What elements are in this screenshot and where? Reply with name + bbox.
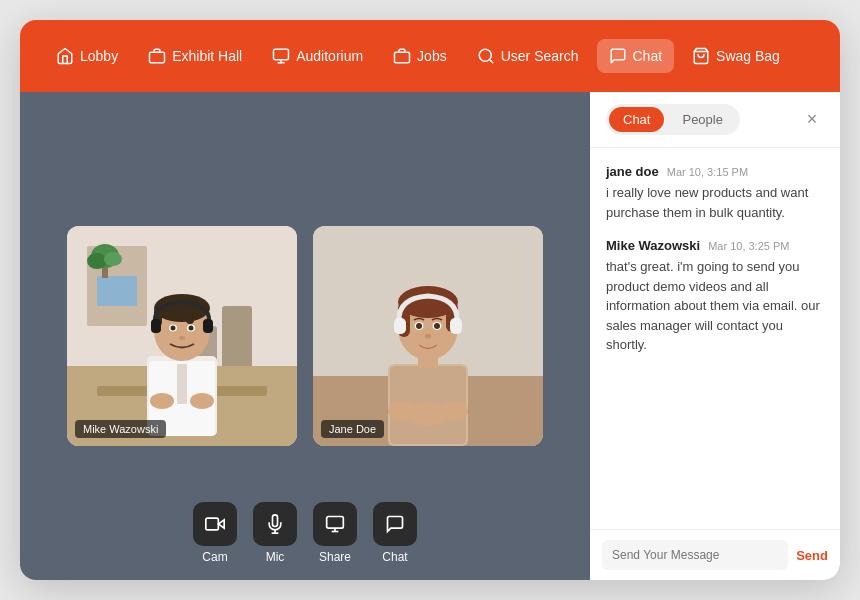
jobs-icon	[393, 47, 411, 65]
bag-icon	[692, 47, 710, 65]
chat-messages: jane doe Mar 10, 3:15 PM i really love n…	[590, 148, 840, 529]
message-text-1: i really love new products and want purc…	[606, 183, 824, 222]
participant-2-label: Jane Doe	[321, 420, 384, 438]
chat-tabs: Chat People	[606, 104, 740, 135]
participant-1-label: Mike Wazowski	[75, 420, 166, 438]
home-icon	[56, 47, 74, 65]
sidebar-item-lobby[interactable]: Lobby	[44, 39, 130, 73]
message-text-2: that's great. i'm going to send you prod…	[606, 257, 824, 355]
svg-point-34	[150, 393, 174, 409]
svg-point-33	[179, 336, 185, 340]
nav-item-label: Lobby	[80, 48, 118, 64]
svg-point-43	[408, 402, 448, 426]
svg-marker-56	[218, 520, 224, 528]
message-group-2: Mike Wazowski Mar 10, 3:25 PM that's gre…	[606, 238, 824, 355]
svg-rect-4	[395, 52, 410, 63]
chat-panel: Chat People × jane doe Mar 10, 3:15 PM i…	[590, 92, 840, 580]
chat-label: Chat	[382, 550, 407, 564]
exhibit-icon	[148, 47, 166, 65]
message-meta-2: Mike Wazowski Mar 10, 3:25 PM	[606, 238, 824, 253]
cam-icon	[193, 502, 237, 546]
chat-header: Chat People ×	[590, 92, 840, 148]
svg-point-31	[171, 326, 176, 331]
message-author-1: jane doe	[606, 164, 659, 179]
share-label: Share	[319, 550, 351, 564]
nav-items: Lobby Exhibit Hall Auditorium	[44, 39, 816, 73]
message-group-1: jane doe Mar 10, 3:15 PM i really love n…	[606, 164, 824, 222]
tab-chat[interactable]: Chat	[609, 107, 664, 132]
svg-rect-17	[222, 306, 252, 376]
cam-label: Cam	[202, 550, 227, 564]
svg-rect-60	[327, 517, 344, 529]
svg-rect-26	[186, 304, 194, 324]
svg-rect-49	[394, 318, 406, 334]
svg-rect-1	[274, 49, 289, 60]
sidebar-item-exhibit-hall[interactable]: Exhibit Hall	[136, 39, 254, 73]
share-icon	[313, 502, 357, 546]
svg-rect-28	[203, 319, 213, 333]
mic-control[interactable]: Mic	[253, 502, 297, 564]
sidebar-item-auditorium[interactable]: Auditorium	[260, 39, 375, 73]
chat-input-area: Send	[590, 529, 840, 580]
nav-item-label: Chat	[633, 48, 663, 64]
nav-item-label: User Search	[501, 48, 579, 64]
search-icon	[477, 47, 495, 65]
svg-rect-50	[450, 318, 462, 334]
cam-control[interactable]: Cam	[193, 502, 237, 564]
svg-point-32	[189, 326, 194, 331]
svg-rect-57	[206, 518, 219, 530]
message-meta-1: jane doe Mar 10, 3:15 PM	[606, 164, 824, 179]
nav-item-label: Exhibit Hall	[172, 48, 242, 64]
svg-rect-22	[177, 364, 187, 404]
auditorium-icon	[272, 47, 290, 65]
send-button[interactable]: Send	[796, 548, 828, 563]
main-area: Mike Wazowski	[20, 92, 840, 580]
svg-rect-0	[150, 52, 165, 63]
nav-item-label: Jobs	[417, 48, 447, 64]
app-wrapper: Lobby Exhibit Hall Auditorium	[20, 20, 840, 580]
nav-item-label: Auditorium	[296, 48, 363, 64]
nav-item-label: Swag Bag	[716, 48, 780, 64]
sidebar-item-swag-bag[interactable]: Swag Bag	[680, 39, 792, 73]
video-tile-2: Jane Doe	[313, 226, 543, 446]
svg-point-15	[104, 252, 122, 266]
share-control[interactable]: Share	[313, 502, 357, 564]
svg-point-55	[425, 334, 431, 339]
chat-control[interactable]: Chat	[373, 502, 417, 564]
chat-input[interactable]	[602, 540, 788, 570]
tab-people[interactable]: People	[668, 107, 736, 132]
mic-label: Mic	[266, 550, 285, 564]
svg-point-53	[416, 323, 422, 329]
video-grid: Mike Wazowski	[40, 226, 570, 446]
svg-rect-27	[151, 319, 161, 333]
controls-bar: Cam Mic Share	[193, 502, 417, 564]
message-author-2: Mike Wazowski	[606, 238, 700, 253]
chat-icon	[609, 47, 627, 65]
close-button[interactable]: ×	[800, 108, 824, 132]
sidebar-item-user-search[interactable]: User Search	[465, 39, 591, 73]
message-time-1: Mar 10, 3:15 PM	[667, 166, 748, 178]
video-section: Mike Wazowski	[20, 92, 590, 580]
svg-rect-11	[97, 276, 137, 306]
message-time-2: Mar 10, 3:25 PM	[708, 240, 789, 252]
svg-point-54	[434, 323, 440, 329]
chat-control-icon	[373, 502, 417, 546]
svg-point-35	[190, 393, 214, 409]
nav-bar: Lobby Exhibit Hall Auditorium	[20, 20, 840, 92]
video-tile-1: Mike Wazowski	[67, 226, 297, 446]
svg-point-14	[87, 253, 107, 269]
sidebar-item-jobs[interactable]: Jobs	[381, 39, 459, 73]
svg-line-6	[489, 59, 492, 62]
sidebar-item-chat[interactable]: Chat	[597, 39, 675, 73]
mic-icon	[253, 502, 297, 546]
